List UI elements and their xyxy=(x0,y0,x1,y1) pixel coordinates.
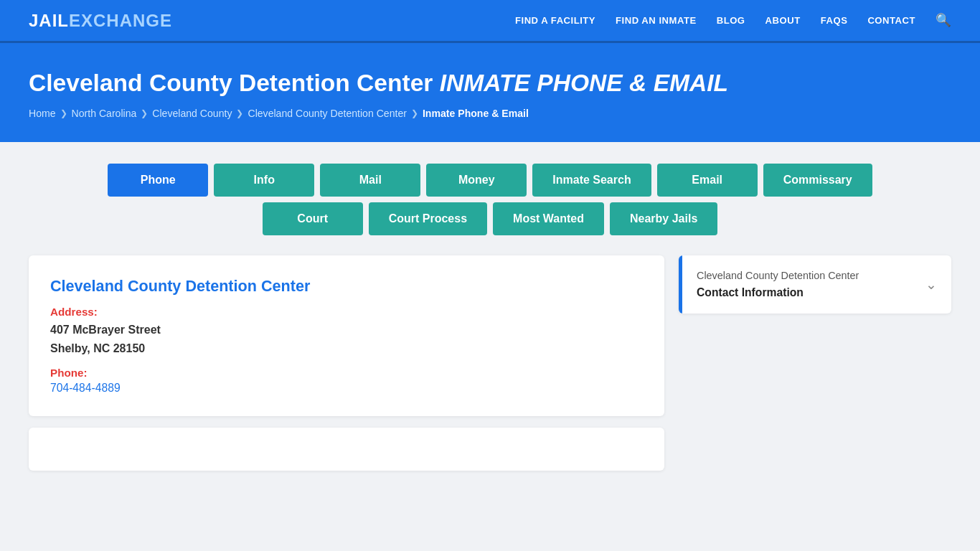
nav-blog[interactable]: BLOG xyxy=(717,15,745,26)
navbar-links: FIND A FACILITY FIND AN INMATE BLOG ABOU… xyxy=(515,13,951,28)
nav-buttons: Phone Info Mail Money Inmate Search Emai… xyxy=(29,164,951,235)
btn-phone[interactable]: Phone xyxy=(108,164,208,197)
breadcrumb-sep-3: ❯ xyxy=(236,108,243,118)
nav-row-2: Court Court Process Most Wanted Nearby J… xyxy=(263,202,718,235)
btn-money[interactable]: Money xyxy=(426,164,527,197)
sidebar-header-text: Cleveland County Detention Center Contac… xyxy=(697,268,859,301)
address-text: 407 McBrayer Street Shelby, NC 28150 xyxy=(50,321,643,357)
navbar: JAILEXCHANGE FIND A FACILITY FIND AN INM… xyxy=(0,0,980,43)
btn-court-process[interactable]: Court Process xyxy=(369,202,487,235)
btn-commissary[interactable]: Commissary xyxy=(763,164,872,197)
btn-inmate-search[interactable]: Inmate Search xyxy=(532,164,651,197)
btn-email[interactable]: Email xyxy=(657,164,758,197)
logo-exchange: EXCHANGE xyxy=(69,11,172,30)
nav-find-inmate[interactable]: FIND AN INMATE xyxy=(616,15,697,26)
logo-jail: JAIL xyxy=(29,11,69,30)
title-italic: INMATE PHONE & EMAIL xyxy=(440,70,728,96)
sidebar-card-toggle[interactable]: Cleveland County Detention Center Contac… xyxy=(679,255,951,314)
site-logo[interactable]: JAILEXCHANGE xyxy=(29,11,172,31)
partial-card xyxy=(29,428,664,471)
nav-contact[interactable]: CONTACT xyxy=(867,15,915,26)
address-line2: Shelby, NC 28150 xyxy=(50,339,643,358)
chevron-down-icon: ⌄ xyxy=(925,276,937,293)
breadcrumb-sep-1: ❯ xyxy=(60,108,67,118)
address-label: Address: xyxy=(50,306,643,318)
nav-faqs[interactable]: FAQs xyxy=(821,15,848,26)
content-grid: Cleveland County Detention Center Addres… xyxy=(29,255,951,470)
phone-label: Phone: xyxy=(50,367,643,379)
btn-mail[interactable]: Mail xyxy=(320,164,420,197)
nav-about[interactable]: ABOUT xyxy=(765,15,801,26)
page-title: Cleveland County Detention Center INMATE… xyxy=(29,69,951,98)
main-content: Phone Info Mail Money Inmate Search Emai… xyxy=(0,142,980,491)
breadcrumb-state[interactable]: North Carolina xyxy=(72,108,137,119)
sidebar-contact-card: Cleveland County Detention Center Contac… xyxy=(679,255,951,314)
hero-banner: Cleveland County Detention Center INMATE… xyxy=(0,43,980,142)
breadcrumb-current: Inmate Phone & Email xyxy=(423,108,529,119)
title-main: Cleveland County Detention Center xyxy=(29,70,433,96)
left-column: Cleveland County Detention Center Addres… xyxy=(29,255,664,470)
breadcrumb-county[interactable]: Cleveland County xyxy=(152,108,232,119)
phone-number[interactable]: 704-484-4889 xyxy=(50,382,121,394)
breadcrumb-sep-4: ❯ xyxy=(411,108,418,118)
breadcrumb-home[interactable]: Home xyxy=(29,108,56,119)
sidebar-contact-label: Contact Information xyxy=(697,284,859,301)
search-icon[interactable]: 🔍 xyxy=(936,13,951,28)
breadcrumb-sep-2: ❯ xyxy=(141,108,148,118)
facility-name-heading: Cleveland County Detention Center xyxy=(50,277,643,296)
nav-find-facility[interactable]: FIND A FACILITY xyxy=(515,15,595,26)
btn-most-wanted[interactable]: Most Wanted xyxy=(493,202,604,235)
breadcrumb-facility[interactable]: Cleveland County Detention Center xyxy=(248,108,406,119)
right-sidebar: Cleveland County Detention Center Contac… xyxy=(679,255,951,470)
sidebar-facility-name: Cleveland County Detention Center xyxy=(697,268,859,284)
btn-info[interactable]: Info xyxy=(214,164,314,197)
btn-nearby-jails[interactable]: Nearby Jails xyxy=(610,202,717,235)
facility-info-card: Cleveland County Detention Center Addres… xyxy=(29,255,664,415)
address-line1: 407 McBrayer Street xyxy=(50,321,643,339)
breadcrumb: Home ❯ North Carolina ❯ Cleveland County… xyxy=(29,108,951,119)
nav-row-1: Phone Info Mail Money Inmate Search Emai… xyxy=(108,164,872,197)
btn-court[interactable]: Court xyxy=(263,202,363,235)
